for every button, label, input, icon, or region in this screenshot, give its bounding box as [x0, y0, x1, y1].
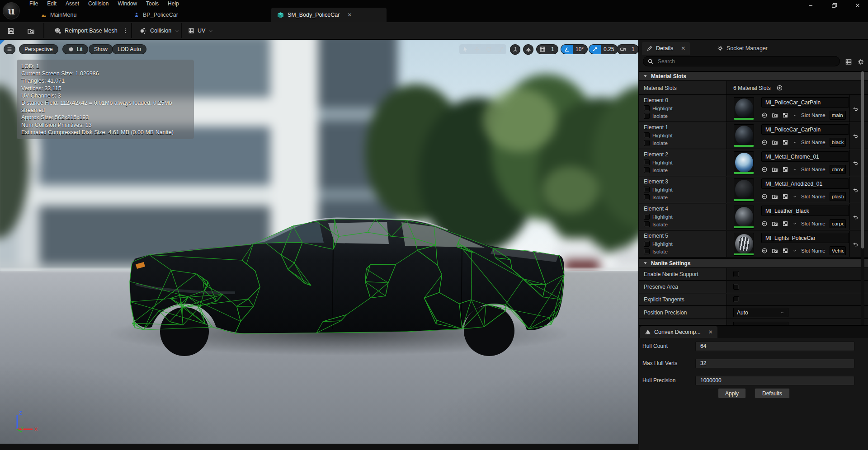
uv-menu-button[interactable]: UV: [184, 22, 217, 39]
collision-menu-button[interactable]: Collision: [136, 22, 183, 39]
use-selected-asset-icon[interactable]: [761, 248, 768, 254]
reset-to-default-button[interactable]: [849, 122, 860, 149]
scale-snap-value[interactable]: 0.25: [601, 46, 618, 52]
chevron-down-icon[interactable]: [793, 167, 797, 172]
material-thumbnail[interactable]: [734, 124, 754, 147]
explicit-tangents-checkbox[interactable]: [733, 296, 739, 302]
hull-count-field[interactable]: 64: [695, 342, 854, 351]
browse-asset-button[interactable]: [24, 22, 38, 39]
chevron-down-icon[interactable]: [793, 113, 797, 117]
browse-to-asset-icon[interactable]: [772, 112, 778, 118]
close-button[interactable]: [852, 1, 863, 10]
material-thumbnail[interactable]: [734, 151, 754, 174]
rotate-tool-icon[interactable]: [486, 46, 492, 52]
camera-speed-control[interactable]: 1: [617, 44, 638, 54]
isolate-checkbox[interactable]: [644, 221, 650, 227]
browse-to-asset-icon[interactable]: [772, 193, 778, 200]
material-name-dropdown[interactable]: MI_Lights_PoliceCar: [761, 233, 849, 243]
isolate-checkbox[interactable]: [644, 113, 650, 119]
material-thumbnail[interactable]: [734, 178, 754, 202]
close-icon[interactable]: ✕: [681, 45, 685, 52]
lit-mode-button[interactable]: Lit: [62, 44, 88, 54]
material-options-icon[interactable]: [782, 220, 788, 227]
isolate-checkbox[interactable]: [644, 167, 650, 173]
menu-tools[interactable]: Tools: [142, 0, 163, 7]
tab-socket-manager[interactable]: Socket Manager: [712, 42, 772, 55]
enable-nanite-checkbox[interactable]: [733, 271, 739, 277]
use-selected-asset-icon[interactable]: [761, 220, 768, 227]
display-filter-button[interactable]: [845, 57, 852, 66]
hull-precision-field[interactable]: 1000000: [695, 376, 854, 385]
save-button[interactable]: [4, 22, 19, 39]
menu-edit[interactable]: Edit: [42, 0, 61, 7]
position-precision-dropdown[interactable]: Auto: [733, 308, 788, 317]
slot-name-input[interactable]: [830, 165, 846, 174]
highlight-checkbox[interactable]: [644, 105, 650, 111]
tab-details[interactable]: Details ✕: [642, 42, 690, 55]
viewport-options-button[interactable]: [4, 44, 15, 54]
close-icon[interactable]: ✕: [347, 12, 352, 18]
scale-tool-icon[interactable]: [497, 46, 504, 52]
slot-name-input[interactable]: [830, 111, 846, 120]
material-name-dropdown[interactable]: MI_PoliceCar_CarPain: [761, 124, 849, 135]
reimport-options-button[interactable]: [118, 22, 132, 39]
material-options-icon[interactable]: [782, 139, 788, 145]
grid-snap-control[interactable]: 1: [536, 44, 558, 54]
slot-name-input[interactable]: [830, 246, 846, 255]
menu-window[interactable]: Window: [113, 0, 142, 7]
reset-to-default-button[interactable]: [849, 231, 860, 257]
material-slots-header[interactable]: Material Slots: [639, 71, 868, 81]
chevron-down-icon[interactable]: [793, 248, 797, 253]
isolate-checkbox[interactable]: [644, 194, 650, 200]
coordinate-system-button[interactable]: [510, 44, 520, 55]
unreal-logo[interactable]: u: [3, 2, 20, 19]
settings-gear-button[interactable]: [857, 57, 864, 66]
show-button[interactable]: Show: [89, 44, 113, 54]
convex-decomp-tab[interactable]: Convex Decomp... ✕: [640, 326, 717, 338]
slot-name-input[interactable]: [830, 219, 846, 228]
tab-bp-policecar[interactable]: BP_PoliceCar: [128, 8, 184, 22]
highlight-checkbox[interactable]: [644, 241, 650, 247]
max-hull-verts-field[interactable]: 32: [695, 359, 854, 368]
reset-to-default-button[interactable]: [849, 150, 860, 176]
apply-button[interactable]: Apply: [718, 388, 746, 398]
close-icon[interactable]: ✕: [708, 329, 713, 335]
slot-name-input[interactable]: [830, 138, 846, 147]
material-thumbnail[interactable]: [734, 233, 754, 256]
defaults-button[interactable]: Defaults: [755, 388, 790, 398]
menu-asset[interactable]: Asset: [61, 0, 84, 7]
material-name-dropdown[interactable]: MI_Leather_Black: [761, 206, 849, 216]
camera-speed-value[interactable]: 1: [629, 46, 638, 52]
restore-button[interactable]: [828, 1, 840, 10]
reimport-base-mesh-button[interactable]: Reimport Base Mesh: [51, 22, 121, 39]
tab-mainmenu[interactable]: MainMenu: [35, 8, 82, 22]
scrollbar-thumb[interactable]: [861, 71, 864, 248]
reset-to-default-button[interactable]: [849, 95, 860, 122]
material-options-icon[interactable]: [782, 248, 788, 254]
material-options-icon[interactable]: [782, 112, 788, 118]
lod-auto-button[interactable]: LOD Auto: [112, 44, 146, 54]
browse-to-asset-icon[interactable]: [772, 166, 778, 173]
search-field[interactable]: [643, 56, 840, 66]
highlight-checkbox[interactable]: [644, 187, 650, 192]
highlight-checkbox[interactable]: [644, 159, 650, 165]
use-selected-asset-icon[interactable]: [761, 166, 768, 173]
minimize-button[interactable]: [805, 1, 816, 10]
chevron-down-icon[interactable]: [793, 221, 797, 226]
slot-name-input[interactable]: [830, 192, 846, 201]
search-input[interactable]: [657, 58, 811, 65]
perspective-button[interactable]: Perspective: [19, 44, 58, 54]
use-selected-asset-icon[interactable]: [761, 112, 768, 118]
nanite-settings-header[interactable]: Nanite Settings: [639, 258, 868, 268]
isolate-checkbox[interactable]: [644, 140, 650, 146]
material-name-dropdown[interactable]: MI_Metal_Chrome_01: [761, 151, 849, 162]
material-name-dropdown[interactable]: MI_PoliceCar_CarPain: [761, 97, 849, 108]
menu-file[interactable]: File: [25, 0, 42, 7]
highlight-checkbox[interactable]: [644, 214, 650, 220]
material-options-icon[interactable]: [782, 193, 788, 200]
material-thumbnail[interactable]: [734, 206, 754, 229]
select-tool-icon[interactable]: [462, 46, 468, 52]
add-material-slot-icon[interactable]: [776, 84, 783, 91]
rotation-snap-value[interactable]: 10°: [573, 46, 587, 52]
viewport[interactable]: Perspective Lit Show LOD Auto LOD: 1 Cur…: [0, 40, 638, 444]
